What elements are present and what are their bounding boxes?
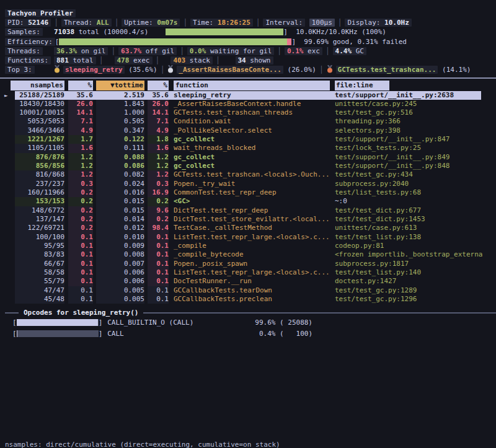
function-cell: Popen._posix_spawn bbox=[174, 260, 330, 268]
table-row[interactable]: 816/8681.20.0821.2GCTests.test_trashcan.… bbox=[0, 170, 496, 179]
separator: │ bbox=[161, 66, 165, 74]
separator: │ bbox=[319, 66, 324, 74]
table-row[interactable]: 856/8561.20.0861.2gc_collecttest/support… bbox=[0, 162, 496, 170]
pct-cumulative-cell: 0.1 bbox=[148, 233, 169, 242]
opcode-bar bbox=[17, 330, 99, 337]
table-row[interactable]: 58/580.10.0060.1ListTest.test_repr_large… bbox=[0, 268, 496, 277]
tottime-cell: 0.010 bbox=[96, 233, 144, 242]
table-row[interactable]: 1221/12671.70.1221.8gc_collecttest/suppo… bbox=[0, 135, 496, 144]
separator: │ bbox=[338, 19, 342, 27]
file-line-cell: test/support/__init__.py:847 bbox=[335, 135, 496, 144]
file-line-cell: codeop.py:81 bbox=[335, 242, 496, 250]
table-row[interactable]: 122/697210.20.01298.4TestCase._callTestM… bbox=[0, 224, 496, 232]
nsamples-cell: 83/83 bbox=[15, 250, 64, 259]
table-row[interactable]: 237/2370.30.0240.3Popen._try_waitsubproc… bbox=[0, 180, 496, 188]
row-selection-marker bbox=[0, 108, 15, 117]
pct-cumulative-cell: 14.1 bbox=[148, 108, 169, 117]
table-row[interactable]: 45/480.10.0050.1GCCallbackTests.preclean… bbox=[0, 295, 496, 304]
table-row[interactable]: 153/1530.20.0150.2<GC>~:0 bbox=[0, 197, 496, 206]
status-bar: PID: 52146│Thread: ALL│Uptime: 0m07s│Tim… bbox=[5, 18, 496, 27]
table-header: nsamples % ▼tottime % function file:line bbox=[0, 81, 496, 90]
file-line-cell: threading.py:366 bbox=[335, 117, 496, 126]
nsamples-cell: 95/95 bbox=[15, 242, 64, 250]
table-row[interactable]: 1105/11051.60.1111.6wait_threads_blocked… bbox=[0, 144, 496, 152]
table-row[interactable]: 5053/50537.10.5057.1Condition.waitthread… bbox=[0, 117, 496, 126]
table-row[interactable]: 95/950.10.0090.1_compilecodeop.py:81 bbox=[0, 242, 496, 250]
separator: │ bbox=[216, 56, 220, 64]
nsamples-cell: 55/79 bbox=[15, 277, 64, 286]
file-line-cell: test/support/__init__.py:848 bbox=[335, 162, 496, 170]
table-top-rule bbox=[0, 77, 496, 79]
nsamples-cell: 10001/10015 bbox=[15, 108, 64, 117]
opcode-bar-fill bbox=[17, 330, 17, 337]
tottime-cell: 0.024 bbox=[96, 180, 144, 188]
pct-direct-cell: 0.1 bbox=[68, 242, 93, 250]
nsamples-cell: 1221/1267 bbox=[15, 135, 64, 144]
top3-label: Top 3: bbox=[5, 66, 35, 74]
file-line-cell: test/lock_tests.py:25 bbox=[335, 144, 496, 152]
opcode-pct: 99.6% ( 25088) bbox=[250, 317, 312, 328]
column-header-pct-direct[interactable]: % bbox=[68, 81, 93, 90]
column-header-tottime-sorted[interactable]: ▼tottime bbox=[96, 81, 144, 90]
table-row[interactable]: ►25188/2518935.62.51935.6sleeping_retryt… bbox=[0, 91, 496, 100]
row-selection-marker bbox=[0, 224, 15, 232]
pct-direct-cell: 1.7 bbox=[68, 135, 93, 144]
pct-cumulative-cell: 1.8 bbox=[148, 135, 169, 144]
tottime-cell: 0.005 bbox=[96, 286, 144, 295]
pct-direct-cell: 0.2 bbox=[68, 206, 93, 215]
function-cell: CommonTest.test_repr_deep bbox=[174, 188, 330, 197]
thread-chip[interactable]: Thread: ALL bbox=[61, 19, 112, 27]
opcodes-title-rule: Opcodes for sleeping_retry() bbox=[0, 308, 496, 317]
top3-item-1: sleeping_retry (35.6%) bbox=[54, 66, 157, 74]
row-selection-marker bbox=[0, 286, 15, 295]
row-selection-marker bbox=[0, 233, 15, 242]
tottime-cell: 0.015 bbox=[96, 206, 144, 215]
table-row[interactable]: 66/670.10.0070.1Popen._posix_spawnsubpro… bbox=[0, 260, 496, 268]
function-cell: Condition.wait bbox=[174, 117, 330, 126]
table-row[interactable]: 83/830.10.0080.1_compile_bytecode<frozen… bbox=[0, 250, 496, 259]
table-row[interactable]: 160/119660.20.01616.9CommonTest.test_rep… bbox=[0, 188, 496, 197]
function-cell: GCCallbackTests.preclean bbox=[174, 295, 330, 304]
samples-gauge bbox=[166, 29, 283, 35]
table-row[interactable]: 10001/1001514.11.00014.1GCTests.test_tra… bbox=[0, 108, 496, 117]
column-header-nsamples[interactable]: nsamples bbox=[11, 81, 64, 90]
table-row[interactable]: 137/1470.20.0140.2DictTest.test_store_ev… bbox=[0, 215, 496, 224]
table-row[interactable]: 3466/34664.90.3474.9_PollLikeSelector.se… bbox=[0, 126, 496, 135]
pid-value: 52146 bbox=[28, 19, 48, 27]
interval-label: Interval: bbox=[263, 19, 305, 27]
nsamples-cell: 45/48 bbox=[15, 295, 64, 304]
separator: │ bbox=[256, 19, 260, 27]
time-value: 18:26:25 bbox=[218, 19, 250, 27]
column-header-pct-cumulative[interactable]: % bbox=[148, 81, 169, 90]
table-row[interactable]: 47/470.10.0050.1GCCallbackTests.tearDown… bbox=[0, 286, 496, 295]
nsamples-cell: 856/856 bbox=[15, 162, 64, 170]
pct-cumulative-cell: 1.2 bbox=[148, 170, 169, 179]
row-selection-marker bbox=[0, 206, 15, 215]
pct-direct-cell: 0.2 bbox=[68, 215, 93, 224]
efficiency-label: Efficiency: bbox=[5, 38, 55, 46]
time-chip: Time: 18:26:25 bbox=[190, 19, 253, 27]
display-value: 10.0Hz bbox=[384, 19, 409, 27]
row-selection-marker bbox=[0, 242, 15, 250]
function-cell: DictTest.test_repr_deep bbox=[174, 206, 330, 215]
functions-label: Functions: bbox=[5, 56, 51, 64]
opcode-row: []CALL0.4% ( 100) bbox=[0, 328, 496, 340]
row-selection-marker bbox=[0, 100, 15, 108]
column-header-file-line[interactable]: file:line bbox=[335, 81, 389, 90]
tottime-cell: 0.347 bbox=[96, 126, 144, 135]
table-row[interactable]: 876/8761.20.0881.2gc_collecttest/support… bbox=[0, 153, 496, 162]
opcodes-title: Opcodes for sleeping_retry() bbox=[24, 309, 138, 317]
table-row[interactable]: 148/67720.20.0159.6DictTest.test_repr_de… bbox=[0, 206, 496, 215]
table-row[interactable]: 18430/1843026.01.84326.0_AssertRaisesBas… bbox=[0, 100, 496, 108]
tottime-cell: 0.086 bbox=[96, 162, 144, 170]
column-header-function[interactable]: function bbox=[174, 81, 330, 90]
table-row[interactable]: 55/790.10.0060.1DocTestRunner.__rundocte… bbox=[0, 277, 496, 286]
table-row[interactable]: 100/1000.10.0100.1ListTest.test_repr_lar… bbox=[0, 233, 496, 242]
nsamples-cell: 122/69721 bbox=[15, 224, 64, 232]
nsamples-cell: 100/100 bbox=[15, 233, 64, 242]
row-selection-marker bbox=[0, 277, 15, 286]
file-line-cell: doctest.py:1427 bbox=[335, 277, 496, 286]
function-cell: <GC> bbox=[174, 197, 330, 206]
row-selection-marker bbox=[0, 153, 15, 162]
row-selection-marker bbox=[0, 295, 15, 304]
